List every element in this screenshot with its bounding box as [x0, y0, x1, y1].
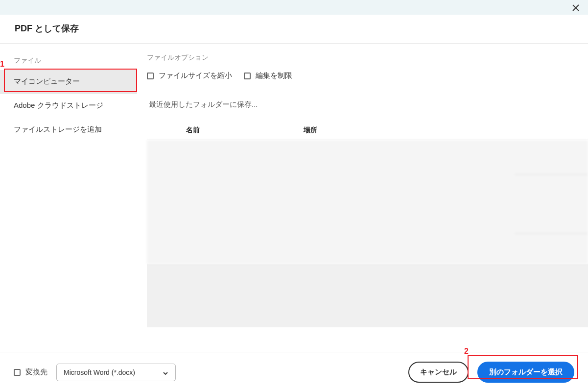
options-section-label: ファイルオプション — [147, 53, 588, 62]
recent-folders-label: 最近使用したフォルダーに保存... — [147, 100, 588, 109]
dialog-header — [0, 0, 588, 15]
divider — [515, 233, 588, 234]
footer-left: 変換先 Microsoft Word (*.docx) — [14, 364, 176, 381]
sidebar-section-label: ファイル — [0, 53, 137, 70]
sidebar-item-label: マイコンピューター — [14, 77, 80, 85]
restrict-edit-option: 編集を制限 — [244, 71, 292, 80]
reduce-size-checkbox[interactable] — [147, 73, 154, 79]
sidebar-item-cloud-storage[interactable]: Adobe クラウドストレージ — [0, 94, 137, 118]
reduce-size-option: ファイルサイズを縮小 — [147, 71, 232, 80]
convert-label: 変換先 — [25, 368, 47, 377]
sidebar-item-my-computer[interactable]: マイコンピューター — [0, 70, 137, 94]
close-icon[interactable] — [572, 4, 579, 11]
restrict-edit-checkbox[interactable] — [244, 73, 251, 79]
chevron-down-icon — [163, 369, 168, 375]
format-dropdown[interactable]: Microsoft Word (*.docx) — [56, 364, 176, 381]
main-content: ファイル マイコンピューター Adobe クラウドストレージ ファイルストレージ… — [0, 44, 588, 345]
annotation-label-1: 1 — [0, 60, 4, 69]
dialog-title: PDF として保存 — [15, 23, 573, 34]
dialog-footer: 変換先 Microsoft Word (*.docx) キャンセル 別のフォルダ… — [0, 352, 588, 392]
content-panel: ファイルオプション ファイルサイズを縮小 編集を制限 最近使用したフォルダーに保… — [137, 44, 588, 345]
annotation-label-2: 2 — [464, 347, 469, 356]
file-options-section: ファイルオプション ファイルサイズを縮小 編集を制限 — [147, 53, 588, 80]
divider — [515, 174, 588, 175]
column-header-name[interactable]: 名前 — [147, 126, 284, 135]
recent-table-header: 名前 場所 — [147, 121, 588, 140]
convert-option: 変換先 — [14, 368, 47, 377]
recent-list-blurred — [147, 140, 588, 264]
format-selected-text: Microsoft Word (*.docx) — [64, 368, 135, 376]
convert-checkbox[interactable] — [14, 369, 21, 376]
recent-list-empty — [147, 264, 588, 327]
sidebar-item-add-storage[interactable]: ファイルストレージを追加 — [0, 118, 137, 142]
title-bar: PDF として保存 — [0, 15, 588, 44]
choose-folder-button[interactable]: 別のフォルダーを選択 — [477, 362, 574, 383]
footer-right: キャンセル 別のフォルダーを選択 — [408, 362, 574, 383]
reduce-size-label: ファイルサイズを縮小 — [159, 71, 232, 80]
cancel-button[interactable]: キャンセル — [408, 362, 469, 383]
options-row: ファイルサイズを縮小 編集を制限 — [147, 71, 588, 80]
restrict-edit-label: 編集を制限 — [256, 71, 292, 80]
sidebar-item-label: Adobe クラウドストレージ — [14, 101, 103, 109]
sidebar-item-label: ファイルストレージを追加 — [14, 125, 102, 133]
sidebar: ファイル マイコンピューター Adobe クラウドストレージ ファイルストレージ… — [0, 44, 137, 345]
column-header-location[interactable]: 場所 — [284, 126, 588, 135]
